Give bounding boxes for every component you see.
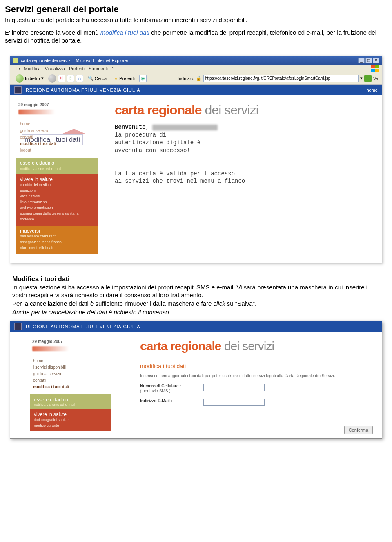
close-button[interactable]: × [373, 58, 379, 63]
media-button[interactable]: ◉ [139, 75, 147, 82]
address-input[interactable] [203, 75, 359, 82]
brand-light: dei servizi [202, 103, 258, 117]
chevron-down-icon[interactable]: ▾ [360, 76, 363, 81]
section-subitem[interactable]: dati tessere carburanti [20, 234, 94, 240]
sidebar-section-cittadino[interactable]: essere cittadino notifica via sms ed e-m… [16, 158, 98, 174]
section-subitem[interactable]: dati anagrafici sanitari [34, 417, 107, 423]
section-subitem[interactable]: medico curante [34, 423, 107, 429]
section-subitem[interactable]: esenzioni [20, 188, 94, 194]
favorites-label: Preferiti [119, 76, 135, 81]
maximize-button[interactable]: □ [365, 58, 372, 63]
back-button[interactable]: Indietro ▾ [13, 73, 47, 84]
section-title: essere cittadino [20, 160, 94, 166]
stop-button[interactable]: ✕ [58, 75, 65, 82]
section-title: vivere in salute [34, 412, 107, 417]
sidebar-section-muoversi[interactable]: muoversi dati tessere carburanti assegna… [16, 226, 98, 254]
lock-icon: 🔒 [196, 76, 202, 81]
form-title: modifica i tuoi dati [140, 363, 376, 370]
field-label-email: Indirizzo E-Mail : [140, 399, 203, 403]
section-subitem[interactable]: archivio prenotazioni [20, 205, 94, 211]
date-label: 29 maggio 2007 [18, 103, 98, 107]
welcome-line: avvenuta con successo! [115, 147, 190, 154]
search-label: Cerca [95, 76, 107, 81]
sidebar-section-salute[interactable]: vivere in salute cambio del medico esenz… [16, 174, 98, 226]
menu-edit[interactable]: Modifica [24, 66, 41, 71]
sidebar-item-modifica[interactable]: modifica i tuoi dati [20, 141, 94, 147]
window-title-text: carta regionale dei servizi - Microsoft … [21, 58, 129, 63]
sidebar-item-guida[interactable]: guida ai servizio [20, 128, 94, 134]
doc-para-2: E' inoltre presente la voce di menù modi… [5, 29, 387, 45]
sidebar-section-cittadino[interactable]: essere cittadino notifica via sms ed e-m… [30, 394, 111, 409]
section-subitem[interactable]: vaccinazioni [20, 194, 94, 199]
menu-tools[interactable]: Strumenti [89, 66, 108, 71]
sidebar-item-logout[interactable]: logout [20, 147, 94, 154]
field-label-cell: Numero di Cellulare : ( per invio SMS ) [140, 384, 203, 394]
region-logo-icon [14, 323, 22, 330]
text: E' inoltre presente la voce di menù [5, 29, 100, 36]
region-header-bar: REGIONE AUTONOMA FRIULI VENEZIA GIULIA [10, 321, 382, 332]
brand-bold: carta regionale [115, 103, 202, 117]
sidebar-top-links: home guida ai servizio contatti modifica… [16, 119, 98, 158]
section-subtitle: Modifica i tuoi dati [12, 275, 380, 283]
date-label: 29 maggio 2007 [32, 339, 111, 344]
forward-button[interactable] [48, 74, 56, 83]
main-content: carta regionale dei servizi Benvenuto, l… [115, 103, 376, 255]
section-subitem[interactable]: lista prenotazioni [20, 199, 94, 205]
doc-para-4: Per la cancellazione dei dati è sufficie… [12, 300, 380, 308]
back-label: Indietro [25, 76, 40, 81]
section-subitem[interactable]: notifica via sms ed e-mail [34, 403, 107, 407]
email-input[interactable] [203, 399, 265, 406]
section-subitem[interactable]: cartacea [20, 217, 94, 222]
sidebar-item-guida[interactable]: guida al servizio [33, 371, 108, 377]
blurred-username [32, 346, 69, 351]
refresh-button[interactable]: ⟳ [67, 75, 74, 82]
star-icon: ★ [114, 76, 118, 81]
window-controls: _ □ × [358, 58, 379, 63]
sidebar-item-contatti[interactable]: contatti [33, 377, 108, 384]
welcome-line: La tua carta è valida per l'accesso [115, 170, 235, 177]
window-titlebar: carta regionale dei servizi - Microsoft … [10, 56, 382, 65]
windows-logo-icon [371, 65, 379, 72]
minimize-button[interactable]: _ [358, 58, 365, 63]
sidebar-item-home[interactable]: home [20, 121, 94, 128]
back-icon [16, 74, 24, 83]
go-label: Vai [373, 76, 379, 81]
section-subitem[interactable]: cambio del medico [20, 182, 94, 188]
sidebar-item-modifica[interactable]: modifica i tuoi dati [33, 384, 108, 390]
sidebar-item-servizi[interactable]: i servizi disponibili [33, 364, 108, 371]
cell-input[interactable] [203, 384, 265, 391]
go-button[interactable] [364, 75, 372, 82]
section-subitem[interactable]: notifica via sms ed e-mail [20, 167, 94, 171]
confirm-button[interactable]: Conferma [344, 426, 373, 434]
text: Per la cancellazione dei dati è sufficie… [12, 300, 213, 307]
menu-view[interactable]: Visualizza [45, 66, 65, 71]
favorites-button[interactable]: ★ Preferiti [111, 74, 138, 82]
menu-favorites[interactable]: Preferiti [69, 66, 85, 71]
home-link[interactable]: home [366, 87, 378, 92]
search-button[interactable]: 🔍 Cerca [85, 74, 109, 82]
section-subitem[interactable]: rifornimenti effettuati [20, 245, 94, 251]
sidebar-section-salute[interactable]: vivere in salute dati anagrafici sanitar… [30, 409, 111, 431]
home-button[interactable]: ⌂ [76, 75, 83, 82]
sidebar-item-contatti[interactable]: contatti [20, 134, 94, 141]
welcome-line: la procedura di [115, 132, 166, 138]
section-title: vivere in salute [20, 177, 94, 182]
region-title: REGIONE AUTONOMA FRIULI VENEZIA GIULIA [26, 324, 140, 329]
section-subitem[interactable]: assegnazioni zona franca [20, 240, 94, 245]
sidebar: 29 maggio 2007 home guida ai servizio co… [16, 103, 98, 255]
welcome-label: Benvenuto, [115, 124, 149, 130]
brand-light: dei servizi [221, 339, 274, 353]
page-body: 29 maggio 2007 home i servizi disponibil… [10, 332, 382, 438]
browser-window: modifica i tuoi dati notifica via sms ed… [10, 56, 382, 263]
label-text: Numero di Cellulare : [140, 384, 181, 388]
brand-title: carta regionale dei servizi [140, 339, 376, 353]
toolbar: Indietro ▾ ✕ ⟳ ⌂ 🔍 Cerca ★ Preferiti ◉ I… [10, 72, 382, 85]
menu-file[interactable]: File [13, 66, 20, 71]
menu-help[interactable]: ? [112, 66, 114, 71]
search-icon: 🔍 [88, 76, 94, 81]
doc-para-3: In questa sezione si ha accesso alle imp… [12, 284, 380, 299]
section-subitem[interactable]: stampa copia della tessera sanitaria [20, 211, 94, 217]
sidebar-item-home[interactable]: home [33, 358, 108, 364]
main-content: carta regionale dei servizi modifica i t… [140, 339, 376, 434]
section-title: essere cittadino [34, 397, 107, 403]
